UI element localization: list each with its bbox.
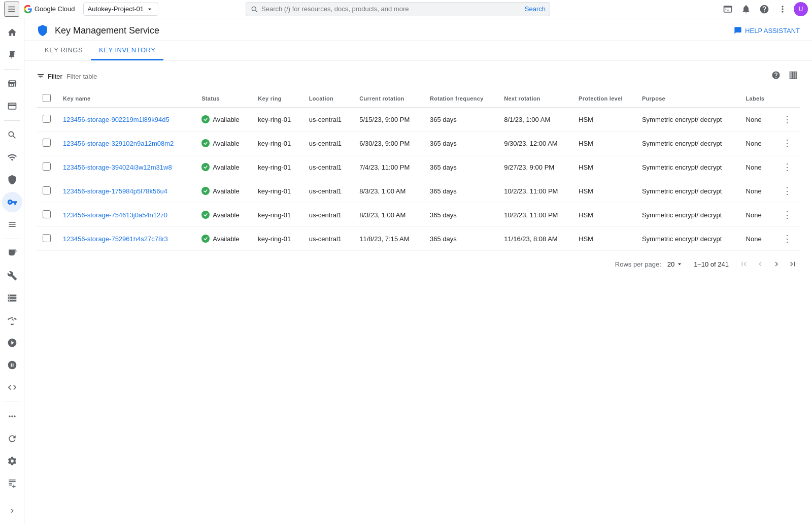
row-key-name-5: 123456-storage-752961h4s27c78r3 [57, 227, 195, 251]
column-settings-button[interactable] [787, 69, 800, 84]
sidebar-item-marketplace[interactable] [2, 74, 22, 94]
row-more-button-2[interactable]: ⋮ [781, 160, 794, 174]
key-link-1[interactable]: 123456-storage-329102n9a12m08m2 [63, 140, 174, 147]
sidebar-item-monitoring[interactable] [2, 147, 22, 168]
row-checkbox-4[interactable] [43, 210, 51, 218]
sidebar-item-search[interactable] [2, 125, 22, 145]
avatar[interactable]: U [794, 2, 808, 16]
top-nav: Google Cloud Autokey-Project-01 Search U [0, 0, 812, 18]
row-location-1: us-central1 [303, 132, 354, 155]
rows-per-page-select[interactable]: 20 [665, 260, 686, 268]
table-row: 123456-storage-175984p5l78k56u4 Availabl… [37, 179, 800, 203]
row-checkbox-2[interactable] [43, 162, 51, 171]
sidebar-item-home[interactable] [2, 22, 22, 43]
sidebar-item-network[interactable] [2, 310, 22, 331]
row-current-rotation-1: 6/30/23, 9:00 PM [353, 132, 424, 155]
row-rotation-frequency-5: 365 days [424, 227, 498, 251]
search-input[interactable] [261, 5, 525, 13]
sidebar-item-billing[interactable] [2, 96, 22, 116]
notifications-button[interactable] [739, 2, 753, 16]
sidebar-item-pin[interactable] [2, 45, 22, 65]
keys-table: Key name Status Key ring Location Curren… [37, 90, 800, 251]
row-checkbox-3[interactable] [43, 186, 51, 194]
wrench-icon [7, 271, 17, 281]
hamburger-menu[interactable] [4, 2, 19, 17]
sidebar-item-security[interactable] [2, 192, 22, 212]
more-options-button[interactable] [775, 2, 790, 16]
row-labels-5: None [740, 227, 774, 251]
row-purpose-2: Symmetric encrypt/ decrypt [636, 155, 740, 179]
row-status-1: Available [195, 132, 252, 155]
sidebar-item-compute[interactable] [2, 243, 22, 264]
row-checkbox-0[interactable] [43, 115, 51, 123]
filter-button[interactable]: Filter [37, 72, 62, 80]
check-icon-3 [203, 188, 208, 193]
key-link-2[interactable]: 123456-storage-394024i3w12m31w8 [63, 163, 172, 171]
ml-icon [7, 360, 17, 370]
tab-key-rings[interactable]: KEY RINGS [37, 41, 91, 60]
sidebar-item-logs[interactable] [2, 473, 22, 494]
sidebar-item-api[interactable] [2, 214, 22, 235]
row-more-button-3[interactable]: ⋮ [781, 184, 794, 198]
sidebar-item-devops[interactable] [2, 333, 22, 353]
devops-icon [7, 338, 17, 348]
home-icon [7, 27, 17, 38]
data-icon [7, 382, 17, 392]
row-more-button-0[interactable]: ⋮ [781, 113, 794, 126]
filter-input[interactable] [66, 73, 168, 80]
row-checkbox-5[interactable] [43, 234, 51, 242]
row-purpose-0: Symmetric encrypt/ decrypt [636, 108, 740, 132]
first-page-button[interactable] [737, 257, 751, 271]
key-link-0[interactable]: 123456-storage-902219m1l89k94d5 [63, 116, 170, 123]
filter-left: Filter [37, 72, 168, 80]
sidebar-divider-4 [4, 402, 20, 402]
sidebar-item-ml[interactable] [2, 355, 22, 375]
table-wrap: Key name Status Key ring Location Curren… [37, 90, 800, 251]
help-assistant-button[interactable]: HELP ASSISTANT [734, 26, 800, 35]
project-selector[interactable]: Autokey-Project-01 [83, 3, 159, 16]
status-dot-0 [201, 115, 210, 123]
row-more-button-1[interactable]: ⋮ [781, 137, 794, 150]
filter-icon [37, 72, 45, 80]
sidebar-item-data[interactable] [2, 377, 22, 398]
last-page-icon [788, 259, 797, 269]
select-all-checkbox[interactable] [43, 94, 51, 102]
sidebar-item-iam[interactable] [2, 170, 22, 190]
tab-key-inventory[interactable]: KEY INVENTORY [91, 41, 163, 60]
cloud-shell-button[interactable] [721, 2, 735, 16]
row-location-5: us-central1 [303, 227, 354, 251]
status-dot-2 [201, 163, 210, 171]
sidebar-item-refresh[interactable] [2, 429, 22, 449]
last-page-button[interactable] [786, 257, 800, 271]
row-checkbox-1[interactable] [43, 139, 51, 147]
sidebar-item-storage[interactable] [2, 288, 22, 308]
row-key-name-3: 123456-storage-175984p5l78k56u4 [57, 179, 195, 203]
row-status-5: Available [195, 227, 252, 251]
key-link-4[interactable]: 123456-storage-754613j0a54n12z0 [63, 211, 167, 219]
sidebar-expand-btn[interactable] [2, 501, 22, 521]
google-cloud-logo: Google Cloud [23, 5, 75, 14]
col-purpose: Purpose [636, 90, 740, 108]
search-button[interactable]: Search [525, 5, 546, 13]
row-labels-1: None [740, 132, 774, 155]
sidebar-item-more[interactable] [2, 406, 22, 426]
prev-page-button[interactable] [753, 257, 767, 271]
next-page-button[interactable] [769, 257, 784, 271]
key-link-5[interactable]: 123456-storage-752961h4s27c78r3 [63, 235, 168, 243]
row-more-cell-4: ⋮ [774, 203, 800, 227]
check-icon-5 [203, 236, 208, 241]
settings-icon [7, 456, 17, 466]
row-key-ring-0: key-ring-01 [252, 108, 302, 132]
sidebar [0, 18, 24, 525]
row-more-button-5[interactable]: ⋮ [781, 232, 794, 245]
help-button[interactable] [757, 2, 771, 16]
row-purpose-3: Symmetric encrypt/ decrypt [636, 179, 740, 203]
sidebar-item-tools[interactable] [2, 266, 22, 286]
help-icon [759, 4, 769, 14]
select-all-cell [37, 90, 57, 108]
sidebar-item-settings[interactable] [2, 451, 22, 471]
row-more-button-4[interactable]: ⋮ [781, 208, 794, 221]
row-current-rotation-4: 8/3/23, 1:00 AM [353, 203, 424, 227]
help-table-button[interactable] [769, 69, 783, 84]
key-link-3[interactable]: 123456-storage-175984p5l78k56u4 [63, 187, 167, 195]
